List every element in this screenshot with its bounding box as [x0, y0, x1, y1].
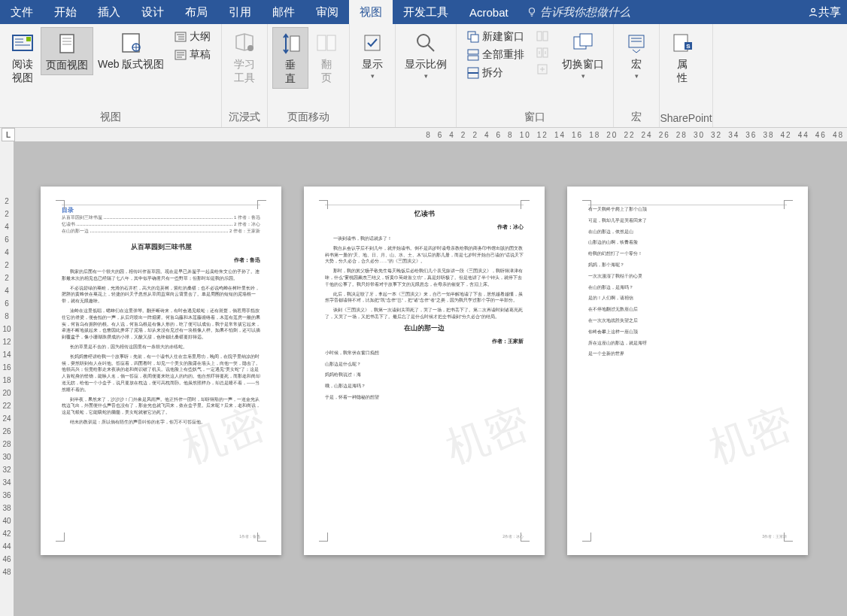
ruler-horizontal[interactable]: L 86422468101214161820222426283032343638…: [0, 128, 847, 141]
page-1: 目录 从百草园到三味书屋1 作者：鲁迅忆读书2 作者：冰心在山的那一边2 作者：…: [41, 187, 281, 555]
poem-line: 在一次次地战胜失望之后: [588, 317, 787, 324]
draft-icon: [175, 49, 187, 61]
poem-line: 小时候，我常伏在窗口痴想: [325, 350, 524, 357]
share-label: 共享: [818, 5, 841, 20]
new-window-button[interactable]: 新建窗口: [464, 29, 527, 45]
switch-windows-button[interactable]: 切换窗口: [557, 27, 609, 83]
show-button[interactable]: 显示: [354, 27, 390, 83]
group-macros-label: 宏: [614, 109, 659, 127]
poem-line: 你终会攀上这样一座山顶: [588, 329, 787, 335]
learning-tools-icon: [232, 30, 257, 56]
toc-entry: 忆读书2 作者：冰心: [62, 221, 260, 228]
show-icon: [360, 30, 385, 56]
reset-pos-button: [533, 62, 554, 77]
sync-scroll-icon: [536, 47, 548, 59]
poem-line: 哦，山那边是海吗？: [325, 383, 524, 390]
poem-line: 所在这座山的那边，就是海呀: [588, 340, 787, 347]
vertical-button[interactable]: 垂 直: [272, 27, 308, 89]
poem-line: 在山的那边，是海吗？: [588, 284, 787, 291]
share-button[interactable]: 共享: [802, 5, 847, 20]
side-label: 翻 页: [321, 57, 332, 84]
ruler-vertical[interactable]: 2246422468101214161820222426283032343638…: [0, 141, 14, 616]
page-area[interactable]: 目录 从百草园到三味书屋1 作者：鲁迅忆读书2 作者：冰心在山的那一边2 作者：…: [14, 141, 847, 616]
read-mode-button[interactable]: 阅读 视图: [5, 27, 41, 87]
macros-icon: [624, 30, 649, 56]
split-icon: [467, 67, 479, 79]
tab-insert[interactable]: 插入: [87, 0, 131, 24]
svg-rect-22: [290, 36, 299, 51]
poem-line: 于是，怀着一种隐秘的想望: [325, 394, 524, 401]
svg-rect-3: [26, 37, 31, 41]
outline-label: 大纲: [190, 30, 211, 44]
split-button[interactable]: 拆分: [464, 65, 527, 81]
web-layout-button[interactable]: Web 版式视图: [93, 27, 168, 74]
tell-me-text: 告诉我你想做什么: [540, 5, 630, 20]
article-1-title: 从百草园到三味书屋: [62, 242, 260, 252]
group-views: 阅读 视图 页面视图 Web 版式视图 大纲 草稿 视图: [0, 24, 222, 127]
side-button: 翻 页: [308, 27, 345, 87]
group-macros: 宏 宏: [614, 24, 660, 127]
workspace: 2246422468101214161820222426283032343638…: [0, 141, 847, 616]
poem-line: 可是，我却几乎是哭着回来了: [588, 217, 787, 224]
ruler-h-numbers: 8642246810121416182022242628303234363842…: [426, 131, 844, 139]
article-3-title: 在山的那一边: [325, 323, 524, 333]
draft-label: 草稿: [190, 48, 211, 62]
watermark: 机密: [438, 395, 536, 478]
tell-me[interactable]: 告诉我你想做什么: [527, 5, 630, 20]
svg-point-21: [247, 45, 253, 51]
toc-heading: 目录: [62, 206, 260, 214]
web-layout-icon: [118, 30, 144, 56]
switch-windows-label: 切换窗口: [562, 57, 604, 71]
tab-design[interactable]: 设计: [131, 0, 175, 24]
svg-point-0: [529, 8, 534, 14]
arrange-all-label: 全部重排: [482, 48, 524, 62]
properties-button[interactable]: S 属 性: [664, 27, 700, 87]
svg-point-1: [812, 8, 815, 12]
tab-developer[interactable]: 开发工具: [393, 0, 459, 24]
group-window-label: 窗口: [457, 109, 613, 127]
tab-file[interactable]: 文件: [0, 0, 44, 24]
tab-mailings[interactable]: 邮件: [262, 0, 305, 24]
watermark: 机密: [701, 395, 800, 478]
ribbon: 阅读 视图 页面视图 Web 版式视图 大纲 草稿 视图 学习 工具 沉浸式: [0, 24, 847, 128]
tab-home[interactable]: 开始: [44, 0, 87, 24]
toc-entry: 在山的那一边2 作者：王家新: [62, 228, 260, 235]
paragraph: 一谈到读书，我的话就多了！: [325, 235, 524, 242]
split-label: 拆分: [482, 66, 503, 80]
group-immersive: 学习 工具 沉浸式: [222, 24, 268, 127]
group-sharepoint-label: SharePoint: [660, 111, 712, 127]
outline-button[interactable]: 大纲: [172, 29, 214, 45]
group-zoom: 显示比例: [396, 24, 457, 127]
new-window-label: 新建窗口: [482, 30, 524, 44]
paragraph: 长妈妈曾经讲给我一个故事听：先前，有一个读书人住在古庙里用功，晚间，在院子里纳凉…: [62, 354, 260, 393]
group-zoom-label: [396, 123, 456, 127]
macros-button[interactable]: 宏: [618, 27, 654, 83]
poem-line: 在山的那边，依然是山: [588, 229, 787, 235]
poem-line: 一次次漫湿了我枯干的心灵: [588, 273, 787, 280]
paragraph: 结末的教训是：所以倘有陌生的声音叫你的名字，你万不可答应他。: [62, 419, 260, 426]
zoom-button[interactable]: 显示比例: [400, 27, 451, 83]
vertical-label: 垂 直: [285, 58, 296, 85]
svg-rect-24: [327, 35, 335, 50]
tab-acrobat[interactable]: Acrobat: [459, 0, 519, 24]
draft-button[interactable]: 草稿: [172, 47, 214, 63]
tab-layout[interactable]: 布局: [175, 0, 218, 24]
paragraph: 不必说碧绿的菜畦，光滑的石井栏，高大的皂荚树，紫红的桑椹；也不必说鸣蝉在树叶里长…: [62, 285, 260, 305]
reset-pos-icon: [536, 63, 548, 75]
poem-line: 有一天我终于爬上了那个山顶: [588, 206, 787, 213]
read-mode-icon: [10, 30, 35, 56]
read-mode-label: 阅读 视图: [12, 57, 33, 84]
print-layout-button[interactable]: 页面视图: [41, 27, 93, 75]
tab-references[interactable]: 引用: [218, 0, 262, 24]
page-2: 忆读书 作者：冰心 一谈到读书，我的话就多了！我自从会认字后不到几年，就开始读书…: [304, 187, 545, 555]
article-3-author: 作者：王家新: [325, 338, 524, 345]
tab-view[interactable]: 视图: [349, 0, 393, 24]
ruler-corner: L: [2, 128, 15, 141]
learning-tools-label: 学习 工具: [234, 57, 255, 84]
lightbulb-icon: [527, 7, 537, 17]
group-show: 显示: [350, 24, 396, 127]
web-layout-label: Web 版式视图: [98, 57, 164, 71]
tab-review[interactable]: 审阅: [305, 0, 349, 24]
zoom-icon: [413, 30, 439, 56]
arrange-all-button[interactable]: 全部重排: [464, 47, 527, 63]
